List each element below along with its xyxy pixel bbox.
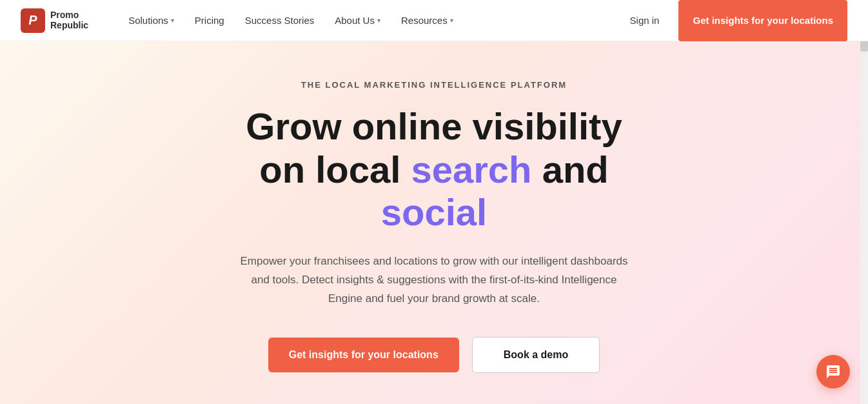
hero-cta-secondary[interactable]: Book a demo xyxy=(472,337,600,373)
chevron-down-icon-2: ▾ xyxy=(377,17,380,24)
hero-overline: THE LOCAL MARKETING INTELLIGENCE PLATFOR… xyxy=(301,80,567,90)
nav-item-success-stories[interactable]: Success Stories xyxy=(236,10,324,31)
hero-section: THE LOCAL MARKETING INTELLIGENCE PLATFOR… xyxy=(0,41,868,404)
hero-cta-primary[interactable]: Get insights for your locations xyxy=(268,338,459,372)
nav-item-resources[interactable]: Resources ▾ xyxy=(392,10,462,31)
logo-text: Promo Republic xyxy=(50,10,88,30)
nav-links: Solutions ▾ Pricing Success Stories Abou… xyxy=(119,10,620,31)
logo-republic: Republic xyxy=(50,21,88,30)
scrollbar[interactable] xyxy=(860,0,868,404)
chat-bubble-button[interactable] xyxy=(816,355,850,389)
nav-label-resources: Resources xyxy=(401,15,448,26)
logo-icon: P xyxy=(21,8,45,33)
hero-description: Empower your franchisees and locations t… xyxy=(234,252,634,308)
hero-buttons: Get insights for your locations Book a d… xyxy=(268,337,600,373)
hero-headline-line1: Grow online visibility xyxy=(246,105,622,147)
logo-promo: Promo xyxy=(50,10,88,20)
chevron-down-icon: ▾ xyxy=(171,17,174,24)
nav-cta-button[interactable]: Get insights for your locations xyxy=(678,0,847,41)
hero-headline-accent-search: search xyxy=(411,148,532,190)
sign-in-link[interactable]: Sign in xyxy=(621,10,669,31)
nav-item-solutions[interactable]: Solutions ▾ xyxy=(119,10,183,31)
nav-label-about-us: About Us xyxy=(335,15,375,26)
nav-item-pricing[interactable]: Pricing xyxy=(186,10,233,31)
hero-headline: Grow online visibility on local search a… xyxy=(208,105,660,234)
logo[interactable]: P Promo Republic xyxy=(21,8,88,33)
nav-item-about-us[interactable]: About Us ▾ xyxy=(326,10,390,31)
nav-label-pricing: Pricing xyxy=(195,15,224,26)
chat-icon xyxy=(825,364,841,379)
navbar: P Promo Republic Solutions ▾ Pricing Suc… xyxy=(0,0,868,41)
hero-headline-plain: on local xyxy=(259,148,411,190)
hero-headline-line2: on local search and social xyxy=(208,148,660,234)
hero-headline-mid: and xyxy=(532,148,609,190)
nav-label-solutions: Solutions xyxy=(128,15,168,26)
nav-label-success-stories: Success Stories xyxy=(245,15,315,26)
nav-right: Sign in Get insights for your locations xyxy=(621,0,847,41)
chevron-down-icon-3: ▾ xyxy=(450,17,453,24)
hero-headline-accent-social: social xyxy=(381,191,487,233)
